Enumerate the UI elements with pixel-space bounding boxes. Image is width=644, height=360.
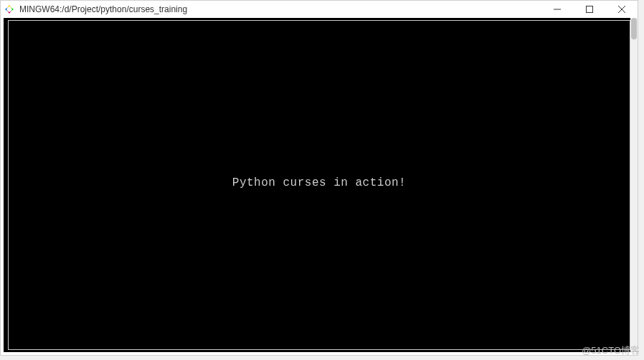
- terminal-window: MINGW64:/d/Project/python/curses_trainin…: [0, 0, 638, 356]
- svg-marker-1: [11, 7, 14, 11]
- scrollbar-track[interactable]: [630, 18, 638, 352]
- close-button[interactable]: [605, 1, 638, 18]
- window-title: MINGW64:/d/Project/python/curses_trainin…: [19, 4, 541, 14]
- minimize-button[interactable]: [541, 1, 573, 18]
- window-titlebar[interactable]: MINGW64:/d/Project/python/curses_trainin…: [1, 1, 638, 18]
- app-icon: [4, 4, 15, 15]
- svg-marker-3: [5, 7, 8, 11]
- svg-marker-0: [7, 5, 11, 8]
- close-icon: [618, 6, 625, 13]
- maximize-button[interactable]: [573, 1, 605, 18]
- terminal-message: Python curses in action!: [4, 176, 635, 189]
- scrollbar-thumb[interactable]: [631, 18, 637, 39]
- svg-marker-2: [7, 11, 11, 14]
- terminal-content[interactable]: Python curses in action!: [4, 18, 635, 352]
- svg-rect-5: [586, 6, 592, 13]
- minimize-icon: [554, 6, 561, 13]
- window-controls: [541, 1, 638, 18]
- maximize-icon: [586, 6, 593, 13]
